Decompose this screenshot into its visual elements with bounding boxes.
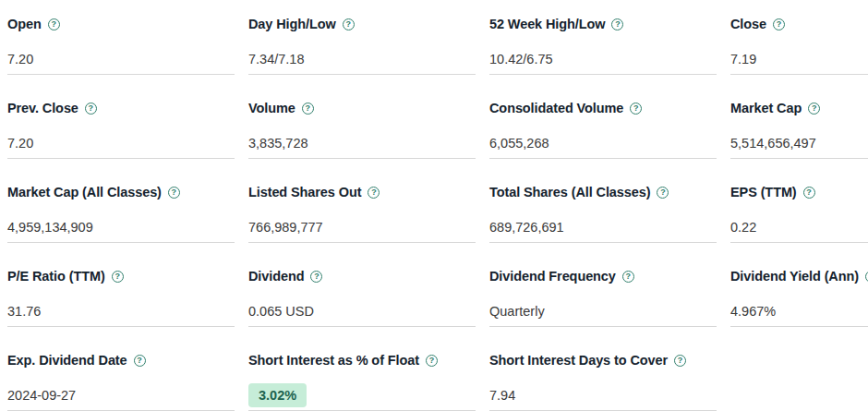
cell-divider (7, 242, 235, 243)
help-icon[interactable]: ? (657, 187, 669, 199)
stat-value: 7.94 (489, 388, 515, 403)
stat-value-row: 766,989,777 (248, 220, 476, 235)
cell-divider (730, 158, 868, 159)
stat-label: Prev. Close (7, 101, 78, 115)
stat-value-row: 10.42/6.75 (489, 52, 717, 66)
help-icon[interactable]: ? (112, 271, 124, 283)
stat-label: EPS (TTM) (730, 185, 797, 199)
stat-label: Consolidated Volume (489, 101, 623, 115)
cell-divider (248, 158, 476, 159)
stat-value: 7.20 (7, 136, 33, 151)
help-icon[interactable]: ? (302, 103, 314, 115)
help-icon[interactable]: ? (611, 18, 623, 30)
stat-label-row: Short Interest Days to Cover? (489, 353, 717, 368)
cell-divider (730, 74, 868, 75)
help-icon[interactable]: ? (773, 18, 785, 30)
stat-cell-short-interest-as-of-float: Short Interest as % of Float?3.02% (248, 351, 476, 411)
key-stats-grid: Open?7.20Day High/Low?7.34/7.1852 Week H… (0, 0, 868, 411)
stat-cell-day-high-low: Day High/Low?7.34/7.18 (248, 15, 476, 99)
stat-value: 10.42/6.75 (489, 52, 553, 66)
stat-label: Dividend (248, 269, 304, 284)
help-icon[interactable]: ? (622, 271, 634, 283)
stat-value: 766,989,777 (248, 220, 323, 235)
stat-cell-total-shares-all-classes: Total Shares (All Classes)?689,726,691 (489, 183, 717, 267)
stat-label-row: Exp. Dividend Date? (7, 353, 235, 368)
stat-value-row: 7.19 (730, 52, 868, 66)
stat-value-row: 31.76 (7, 304, 235, 319)
stat-label-row: Market Cap (All Classes)? (7, 185, 235, 199)
stat-label: Market Cap (730, 101, 802, 115)
stat-cell-dividend-frequency: Dividend Frequency?Quarterly (489, 267, 717, 351)
cell-divider (489, 158, 717, 159)
stat-value-row: 6,055,268 (489, 136, 717, 151)
stat-cell-volume: Volume?3,835,728 (248, 99, 476, 183)
stat-cell-market-cap: Market Cap?5,514,656,497 (730, 99, 868, 183)
cell-divider (248, 242, 476, 243)
stat-label-row: Short Interest as % of Float? (248, 353, 476, 368)
help-icon[interactable]: ? (48, 18, 60, 30)
stat-value-row: 4.967% (730, 304, 868, 319)
cell-divider (248, 326, 476, 327)
stat-value: 7.20 (7, 52, 33, 66)
cell-divider (730, 326, 868, 327)
stat-label: Day High/Low (248, 17, 336, 31)
stat-label: Total Shares (All Classes) (489, 185, 650, 199)
help-icon[interactable]: ? (630, 103, 642, 115)
stat-label: Short Interest Days to Cover (489, 353, 668, 368)
stat-value: 7.19 (730, 52, 756, 66)
stat-cell-p-e-ratio-ttm: P/E Ratio (TTM)?31.76 (7, 267, 235, 351)
stat-label-row: Dividend Yield (Ann)? (730, 269, 868, 284)
stat-value-row: 5,514,656,497 (730, 136, 868, 151)
stat-label-row: Close? (730, 17, 868, 31)
stat-value: 3,835,728 (248, 136, 308, 151)
stat-label: Listed Shares Out (248, 185, 361, 199)
stat-value: 689,726,691 (489, 220, 564, 235)
stat-label-row: Volume? (248, 101, 476, 115)
stat-label: P/E Ratio (TTM) (7, 269, 105, 284)
cell-divider (7, 74, 235, 75)
help-icon[interactable]: ? (168, 187, 180, 199)
help-icon[interactable]: ? (674, 355, 686, 367)
stat-value-row: 0.065 USD (248, 304, 476, 319)
stat-label: Exp. Dividend Date (7, 353, 127, 368)
help-icon[interactable]: ? (426, 355, 438, 367)
stat-cell-close: Close?7.19 (730, 15, 868, 99)
stat-cell-consolidated-volume: Consolidated Volume?6,055,268 (489, 99, 717, 183)
help-icon[interactable]: ? (310, 271, 322, 283)
stat-value: Quarterly (489, 304, 545, 319)
stat-label: Short Interest as % of Float (248, 353, 419, 368)
cell-divider (7, 326, 235, 327)
stat-value: 6,055,268 (489, 136, 549, 151)
stat-value: 0.22 (730, 220, 756, 235)
stat-cell-dividend-yield-ann: Dividend Yield (Ann)?4.967% (730, 267, 868, 351)
help-icon[interactable]: ? (85, 103, 97, 115)
stat-value: 7.34/7.18 (248, 52, 304, 66)
stat-label-row: 52 Week High/Low? (489, 17, 717, 31)
stat-cell-short-interest-days-to-cover: Short Interest Days to Cover?7.94 (489, 351, 717, 411)
stat-cell-exp-dividend-date: Exp. Dividend Date?2024-09-27 (7, 351, 235, 411)
stat-label-row: Day High/Low? (248, 17, 476, 31)
help-icon[interactable]: ? (134, 355, 146, 367)
stat-value-row: 7.94 (489, 388, 717, 403)
stat-value-row: Quarterly (489, 304, 717, 319)
help-icon[interactable]: ? (803, 187, 815, 199)
stat-value-row: 7.20 (7, 136, 235, 151)
stat-cell-open: Open?7.20 (7, 15, 235, 99)
stat-label-row: Listed Shares Out? (248, 185, 476, 199)
stat-value-row: 4,959,134,909 (7, 220, 235, 235)
stat-value-row: 689,726,691 (489, 220, 717, 235)
stat-label-row: Consolidated Volume? (489, 101, 717, 115)
stat-label-row: P/E Ratio (TTM)? (7, 269, 235, 284)
stat-label-row: Open? (7, 17, 235, 31)
stat-cell-eps-ttm: EPS (TTM)?0.22 (730, 183, 868, 267)
cell-divider (248, 74, 476, 75)
help-icon[interactable]: ? (368, 187, 380, 199)
help-icon[interactable]: ? (343, 18, 355, 30)
stat-value-row: 3.02% (248, 388, 476, 403)
stat-label: Market Cap (All Classes) (7, 185, 162, 199)
stat-cell-market-cap-all-classes: Market Cap (All Classes)?4,959,134,909 (7, 183, 235, 267)
stat-value-row: 2024-09-27 (7, 388, 235, 403)
help-icon[interactable]: ? (808, 103, 820, 115)
cell-divider (489, 242, 717, 243)
stat-label: Close (730, 17, 766, 31)
